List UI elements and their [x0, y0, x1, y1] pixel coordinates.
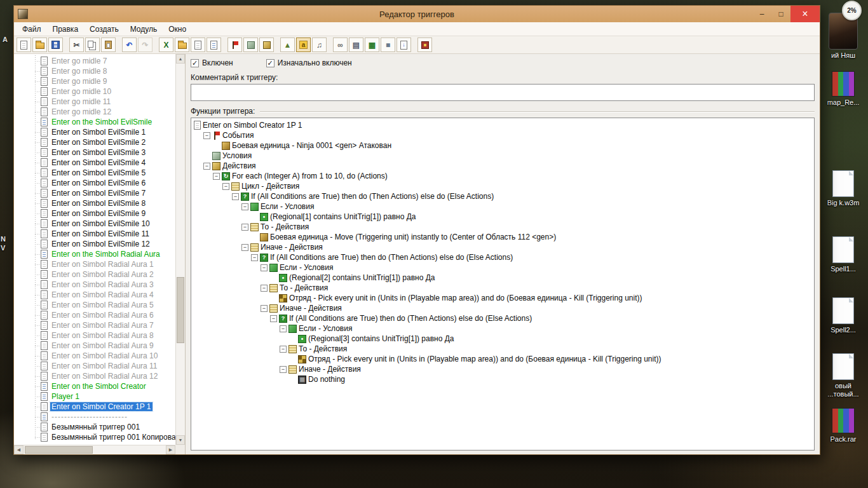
new-action-button[interactable]: [259, 37, 274, 52]
menu-item-5[interactable]: Окно: [163, 22, 192, 36]
function-tree-node[interactable]: Отряд - Pick every unit in (Units in (Pl…: [191, 354, 814, 364]
function-tree-node[interactable]: −Иначе - Действия: [191, 364, 814, 374]
trigger-list-item[interactable]: Enter on Simbol Radial Aura 10: [14, 351, 175, 361]
check-map-button[interactable]: X: [159, 37, 173, 52]
trigger-list-item[interactable]: Enter on Simbol EvilSmile 1: [14, 127, 175, 137]
cut-button[interactable]: ✂: [69, 37, 84, 52]
collapse-icon[interactable]: −: [280, 366, 287, 373]
function-tree-node[interactable]: −Если - Условия: [191, 262, 814, 273]
minimize-button[interactable]: –: [752, 6, 771, 22]
ai-editor-button[interactable]: ▦: [365, 37, 379, 52]
enabled-checkbox-group[interactable]: Включен: [191, 58, 233, 67]
function-tree-node[interactable]: −Цикл - Действия: [191, 181, 814, 191]
function-tree-node[interactable]: −Если - Условия: [191, 323, 814, 334]
copy-button[interactable]: [85, 37, 100, 52]
new-map-button[interactable]: [17, 37, 31, 52]
trigger-list-item[interactable]: Enter on Simbol EvilSmile 7: [14, 188, 175, 198]
desktop-icon-file-big-w3m[interactable]: Big k.w3m: [820, 170, 867, 207]
close-button[interactable]: ×: [790, 6, 820, 22]
object-editor-button[interactable]: ∞: [333, 37, 348, 52]
collapse-icon[interactable]: −: [241, 224, 248, 231]
function-tree-node[interactable]: Боевая единица - Ninja 0001 <gen> Атаков…: [191, 140, 814, 151]
object-manager-button[interactable]: ■: [381, 37, 395, 52]
scrollbar-thumb[interactable]: [177, 277, 184, 344]
trigger-list-item[interactable]: Enter go midle 9: [14, 76, 175, 86]
trigger-list-item[interactable]: Enter on Simbol EvilSmile 4: [14, 158, 175, 168]
function-tree-node[interactable]: Боевая единица - Move (Triggering unit) …: [191, 232, 814, 242]
desktop-icon-file-text-doc[interactable]: овый ...товый...: [820, 353, 867, 398]
new-condition-button[interactable]: [243, 37, 258, 52]
sound-editor-button[interactable]: ♫: [312, 37, 327, 52]
collapse-icon[interactable]: −: [261, 264, 268, 271]
trigger-list-item[interactable]: Enter on Simbol EvilSmile 10: [14, 219, 175, 229]
desktop-icon-shortcut-nyash[interactable]: ий Няш: [820, 13, 867, 60]
scroll-right-icon[interactable]: ▶: [166, 445, 175, 454]
menu-item-1[interactable]: Файл: [17, 22, 47, 36]
function-tree-node[interactable]: −События: [191, 130, 814, 140]
function-tree-node[interactable]: −If (All Conditions are True) then do (T…: [191, 252, 814, 262]
trigger-list-item[interactable]: Player 1: [14, 391, 175, 402]
trigger-list-item[interactable]: ------------------------: [14, 412, 175, 422]
scrollbar-thumb-horizontal[interactable]: [25, 446, 93, 454]
menu-item-3[interactable]: Создать: [84, 22, 125, 36]
trigger-list-item[interactable]: Enter on Simbol Radial Aura 12: [14, 371, 175, 381]
save-map-button[interactable]: [48, 37, 63, 52]
function-tree-node[interactable]: −If (All Conditions are True) then do (T…: [191, 191, 814, 201]
collapse-icon[interactable]: −: [280, 346, 287, 353]
trigger-list-item[interactable]: Enter go midle 12: [14, 107, 175, 117]
trigger-list-item[interactable]: Enter on Simbol Radial Aura 7: [14, 320, 175, 330]
trigger-list-item[interactable]: Enter on Simbol Radial Aura 5: [14, 300, 175, 310]
initially-on-checkbox[interactable]: [266, 59, 275, 67]
trigger-list-item[interactable]: Enter on the Simbol Creator: [14, 381, 175, 391]
scroll-left-icon[interactable]: ◀: [14, 445, 24, 454]
trigger-editor-module-button[interactable]: a: [296, 37, 311, 52]
trigger-list-item[interactable]: Enter on Simbol Radial Aura 2: [14, 269, 175, 280]
titlebar[interactable]: Редактор триггеров – □ ×: [14, 6, 820, 22]
collapse-icon[interactable]: −: [241, 244, 248, 251]
import-manager-button[interactable]: ↓: [397, 37, 411, 52]
trigger-list-item[interactable]: Enter on Simbol Creator 1P 1: [14, 402, 175, 412]
function-tree-node[interactable]: −То - Действия: [191, 283, 814, 293]
trigger-list-item[interactable]: Enter on Simbol EvilSmile 6: [14, 178, 175, 188]
trigger-list-item[interactable]: Enter on Simbol EvilSmile 3: [14, 147, 175, 158]
collapse-icon[interactable]: −: [232, 193, 239, 200]
enabled-checkbox[interactable]: [191, 59, 199, 67]
desktop-icon-file-map-re[interactable]: map_Re...: [820, 71, 867, 107]
desktop-icon-file-spell2[interactable]: Spell2...: [820, 297, 867, 334]
collapse-icon[interactable]: −: [241, 203, 248, 210]
trigger-list-item[interactable]: Enter on Simbol Radial Aura 8: [14, 330, 175, 341]
campaign-editor-button[interactable]: ▤: [349, 37, 363, 52]
collapse-icon[interactable]: −: [213, 173, 220, 180]
function-tree-node[interactable]: −Если - Условия: [191, 201, 814, 212]
trigger-list-item[interactable]: Enter on Simbol Radial Aura 3: [14, 280, 175, 290]
new-comment-button[interactable]: [207, 37, 221, 52]
function-tree-node[interactable]: −Иначе - Действия: [191, 242, 814, 252]
function-tree-node[interactable]: Условия: [191, 151, 814, 161]
function-tree-node[interactable]: (Regional[1] contains UnitTrig[1]) равно…: [191, 212, 814, 222]
trigger-list-item[interactable]: Enter on Simbol EvilSmile 12: [14, 239, 175, 249]
trigger-list-item[interactable]: Enter on Simbol Radial Aura 6: [14, 310, 175, 320]
battery-indicator-badge[interactable]: 2%: [842, 1, 862, 20]
collapse-icon[interactable]: −: [203, 163, 210, 170]
trigger-list-item[interactable]: Enter on Simbol Radial Aura 1: [14, 259, 175, 269]
trigger-list-item[interactable]: Enter go midle 8: [14, 66, 175, 76]
new-category-button[interactable]: [175, 37, 189, 52]
function-tree-node[interactable]: −То - Действия: [191, 344, 814, 354]
scroll-down-icon[interactable]: ▼: [176, 435, 185, 445]
collapse-icon[interactable]: −: [203, 132, 210, 139]
desktop-icon-file-pack-rar[interactable]: Pack.rar: [820, 408, 867, 444]
collapse-icon[interactable]: −: [280, 325, 287, 332]
trigger-list-item[interactable]: Enter on Simbol EvilSmile 11: [14, 229, 175, 239]
trigger-list-item[interactable]: Безымянный триггер 001: [14, 422, 175, 432]
new-event-button[interactable]: [227, 37, 242, 52]
open-map-button[interactable]: [32, 37, 47, 52]
function-tree-node[interactable]: (Regional[2] contains UnitTrig[1]) равно…: [191, 273, 814, 283]
trigger-list-item[interactable]: Enter on Simbol EvilSmile 2: [14, 137, 175, 147]
function-tree-node[interactable]: −То - Действия: [191, 222, 814, 232]
function-tree-node[interactable]: −For each (Integer A) from 1 to 10, do (…: [191, 171, 814, 181]
trigger-list-item[interactable]: Enter go midle 7: [14, 56, 175, 66]
trigger-list-item[interactable]: Enter on Simbol EvilSmile 8: [14, 198, 175, 208]
collapse-icon[interactable]: −: [261, 305, 268, 312]
maximize-button[interactable]: □: [771, 6, 790, 22]
scroll-up-icon[interactable]: ▲: [176, 54, 185, 64]
